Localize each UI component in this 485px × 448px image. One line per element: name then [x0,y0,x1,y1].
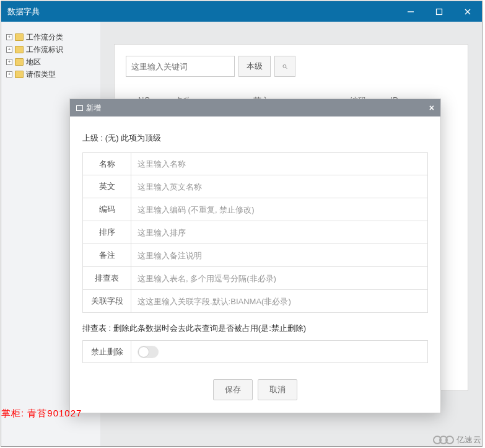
cancel-button[interactable]: 取消 [258,379,297,400]
tree-item[interactable]: + 工作流分类 [6,31,95,43]
modal-footer: 保存 取消 [82,379,428,400]
search-input[interactable] [126,56,235,77]
input-order[interactable] [131,228,427,237]
watermark-logo-icon [433,436,454,444]
minimize-button[interactable] [396,1,425,22]
toolbar: 本级 [126,56,457,77]
tree-item-label: 请假类型 [26,69,56,80]
expand-icon[interactable]: + [6,34,12,40]
svg-point-4 [283,64,286,68]
tree-item[interactable]: + 地区 [6,56,95,68]
add-modal: 新增 × 上级 : (无) 此项为顶级 名称 英文 [69,99,441,413]
window-icon [76,105,83,111]
forbid-delete-toggle[interactable] [138,346,159,358]
label-order: 排序 [82,221,131,244]
check-table-note: 排查表 : 删除此条数据时会去此表查询是否被占用(是:禁止删除) [82,323,428,334]
expand-icon[interactable]: + [6,71,12,77]
label-name: 名称 [82,152,131,175]
tree-item[interactable]: + 工作流标识 [6,43,95,56]
search-icon [282,63,287,71]
expand-icon[interactable]: + [6,59,12,65]
input-rel-field[interactable] [131,297,427,306]
tree-item-label: 工作流分类 [26,32,63,43]
folder-icon [15,71,24,78]
svg-rect-1 [437,9,442,14]
form-row-check-table: 排查表 [82,267,428,290]
label-en: 英文 [82,175,131,198]
footer-attribution: 掌柜: 青苔901027 [1,408,82,419]
modal-titlebar: 新增 × [70,99,440,116]
modal-title: 新增 [86,103,101,113]
search-button[interactable] [274,56,295,77]
expand-icon[interactable]: + [6,46,12,53]
input-code[interactable] [131,205,427,214]
toggle-thumb [138,346,149,358]
input-check-table[interactable] [131,274,427,283]
label-forbid-delete: 禁止删除 [83,341,131,362]
input-name[interactable] [131,159,427,169]
folder-icon [15,46,24,53]
folder-icon [15,33,24,41]
form-row-en: 英文 [82,175,428,198]
form-row-remark: 备注 [82,244,428,267]
form-row-order: 排序 [82,221,428,244]
close-button[interactable] [453,1,482,22]
watermark: 亿速云 [433,434,482,446]
label-remark: 备注 [82,244,131,267]
window-titlebar: 数据字典 [1,1,482,22]
svg-line-5 [286,67,287,68]
folder-icon [15,58,24,66]
save-button[interactable]: 保存 [213,379,253,400]
label-check-table: 排查表 [82,267,131,290]
form-row-rel-field: 关联字段 [82,290,428,313]
watermark-text: 亿速云 [457,434,482,446]
parent-info: 上级 : (无) 此项为顶级 [82,133,428,144]
level-button[interactable]: 本级 [238,56,271,77]
modal-close-button[interactable]: × [429,103,434,113]
input-remark[interactable] [131,251,427,260]
tree-item-label: 地区 [26,57,41,68]
forbid-delete-row: 禁止删除 [82,340,428,363]
form-row-code: 编码 [82,198,428,221]
input-en[interactable] [131,182,427,191]
tree-item-label: 工作流标识 [26,45,63,55]
maximize-button[interactable] [425,1,453,22]
form-row-name: 名称 [82,152,428,175]
tree-item[interactable]: + 请假类型 [6,68,95,81]
window-title: 数据字典 [7,6,396,17]
label-rel-field: 关联字段 [82,290,131,313]
label-code: 编码 [82,198,131,221]
